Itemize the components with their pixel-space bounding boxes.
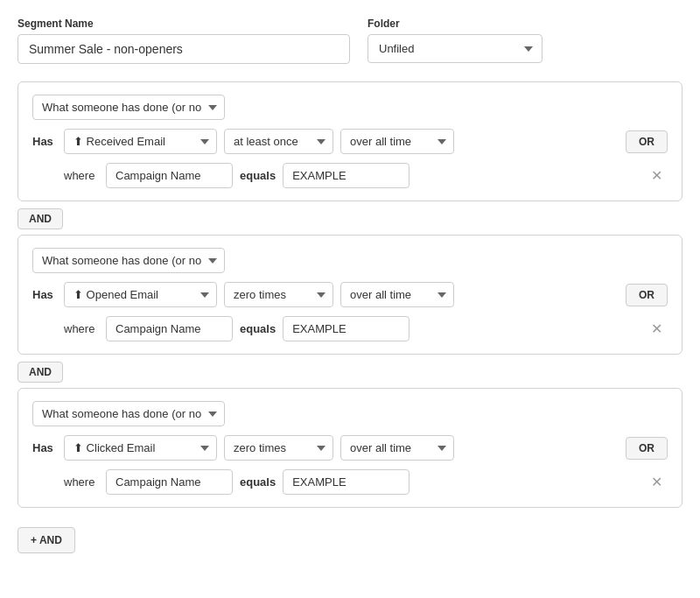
condition-type-row-3: What someone has done (or not d... (32, 401, 668, 426)
time-select-2[interactable]: over all time in the last (340, 282, 454, 307)
time-select-3[interactable]: over all time in the last (340, 435, 454, 461)
and-badge-2: AND (18, 362, 63, 383)
has-label-2: Has (32, 288, 57, 301)
or-button-2[interactable]: OR (626, 284, 668, 306)
action-select-2[interactable]: ⬆ Received Email ⬆ Opened Email ⬆ Clicke… (64, 282, 217, 307)
condition-type-row-2: What someone has done (or not d... (32, 248, 668, 273)
where-row-2: where equals ✕ (32, 316, 668, 341)
has-label-3: Has (32, 441, 57, 454)
folder-label: Folder (368, 18, 542, 30)
segment-name-group: Segment Name (18, 18, 350, 64)
folder-select[interactable]: Unfiled Folder 1 (368, 34, 542, 63)
or-button-1[interactable]: OR (626, 130, 668, 153)
where-row-3: where equals ✕ (32, 469, 668, 495)
where-row-1: where equals ✕ (32, 163, 668, 188)
has-row-3: Has ⬆ Received Email ⬆ Opened Email ⬆ Cl… (32, 435, 668, 461)
has-row-2: Has ⬆ Received Email ⬆ Opened Email ⬆ Cl… (32, 282, 668, 307)
where-field-2[interactable] (106, 316, 233, 341)
equals-label-2: equals (240, 322, 276, 335)
condition-type-row-1: What someone has done (or not d... (32, 95, 668, 120)
segment-name-label: Segment Name (18, 18, 350, 30)
has-row-1: Has ⬆ Received Email ⬆ Opened Email ⬆ Cl… (32, 129, 668, 154)
delete-icon-2[interactable]: ✕ (646, 319, 668, 339)
where-value-1[interactable] (283, 163, 410, 188)
and-separator-1: AND (18, 208, 682, 229)
condition-block-1: What someone has done (or not d... Has ⬆… (18, 81, 682, 201)
where-label-2: where (64, 322, 99, 335)
where-field-3[interactable] (106, 469, 233, 495)
and-badge-1: AND (18, 208, 63, 229)
folder-group: Folder Unfiled Folder 1 (368, 18, 542, 63)
condition-type-select-2[interactable]: What someone has done (or not d... (32, 248, 225, 273)
delete-icon-1[interactable]: ✕ (646, 165, 668, 186)
delete-icon-3[interactable]: ✕ (646, 472, 668, 492)
condition-block-3: What someone has done (or not d... Has ⬆… (18, 388, 682, 508)
frequency-select-3[interactable]: zero times at least once (224, 435, 333, 461)
where-value-2[interactable] (283, 316, 410, 341)
top-section: Segment Name Folder Unfiled Folder 1 (18, 18, 682, 64)
has-label-1: Has (32, 135, 57, 148)
and-separator-2: AND (18, 362, 682, 383)
condition-block-2: What someone has done (or not d... Has ⬆… (18, 235, 682, 355)
condition-type-select-1[interactable]: What someone has done (or not d... (32, 95, 225, 120)
action-select-3[interactable]: ⬆ Received Email ⬆ Opened Email ⬆ Clicke… (64, 435, 217, 461)
frequency-select-2[interactable]: zero times at least once (224, 282, 333, 307)
equals-label-1: equals (240, 169, 276, 182)
segment-name-input[interactable] (18, 34, 350, 64)
equals-label-3: equals (240, 475, 276, 489)
add-and-button[interactable]: + AND (18, 527, 75, 553)
where-field-1[interactable] (106, 163, 233, 188)
action-select-1[interactable]: ⬆ Received Email ⬆ Opened Email ⬆ Clicke… (64, 129, 217, 154)
where-value-3[interactable] (283, 469, 410, 495)
frequency-select-1[interactable]: at least once zero times (224, 129, 333, 154)
where-label-3: where (64, 475, 99, 489)
where-label-1: where (64, 169, 99, 182)
condition-type-select-3[interactable]: What someone has done (or not d... (32, 401, 225, 426)
time-select-1[interactable]: over all time in the last (340, 129, 454, 154)
or-button-3[interactable]: OR (626, 437, 668, 460)
